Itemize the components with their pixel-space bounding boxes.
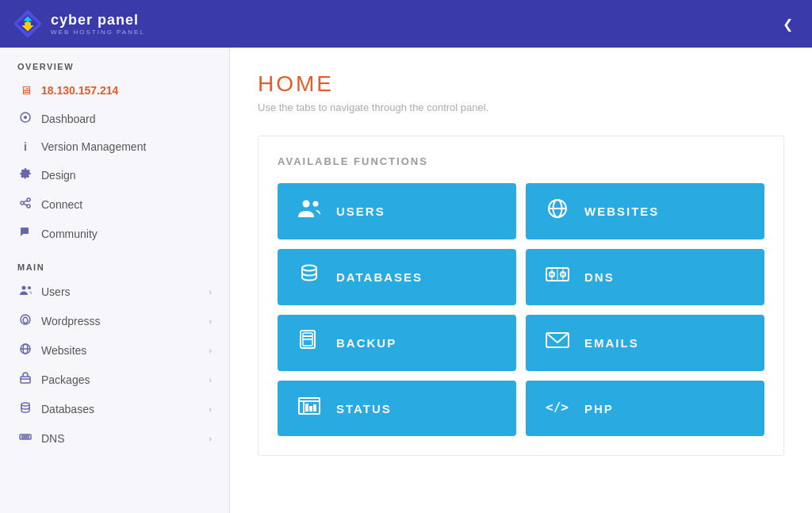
dns-icon bbox=[17, 431, 33, 446]
func-status-icon bbox=[295, 396, 324, 422]
packages-icon bbox=[17, 372, 33, 387]
svg-point-23 bbox=[313, 201, 319, 207]
functions-section-title: AVAILABLE FUNCTIONS bbox=[278, 155, 764, 167]
func-btn-status[interactable]: STATUS bbox=[278, 381, 516, 436]
sidebar-item-wordpress[interactable]: Wordpresss › bbox=[0, 306, 229, 335]
collapse-button[interactable]: ❮ bbox=[776, 13, 799, 35]
svg-text:</>: </> bbox=[546, 400, 569, 415]
connect-icon bbox=[17, 197, 33, 212]
packages-label: Packages bbox=[41, 373, 90, 386]
databases-label: Databases bbox=[41, 403, 94, 415]
dashboard-label: Dashboard bbox=[41, 113, 96, 125]
info-icon: i bbox=[17, 140, 33, 153]
wordpress-chevron: › bbox=[209, 316, 212, 326]
websites-label: Websites bbox=[41, 344, 86, 357]
sidebar-item-databases[interactable]: Databases › bbox=[0, 394, 229, 423]
func-websites-icon bbox=[543, 197, 572, 225]
users-label: Users bbox=[41, 285, 71, 298]
func-backup-icon bbox=[295, 329, 324, 357]
overview-section-label: OVERVIEW bbox=[0, 48, 229, 76]
sidebar: OVERVIEW 🖥 18.130.157.214 Dashboard i Ve… bbox=[0, 48, 230, 513]
sidebar-item-dashboard[interactable]: Dashboard bbox=[0, 104, 229, 133]
logo-name: cyber panel bbox=[51, 12, 145, 29]
func-btn-emails[interactable]: EMAILS bbox=[526, 315, 764, 371]
svg-point-6 bbox=[27, 205, 30, 208]
sidebar-item-ip[interactable]: 🖥 18.130.157.214 bbox=[0, 76, 229, 104]
svg-point-27 bbox=[302, 266, 316, 271]
func-dns-icon bbox=[543, 265, 572, 289]
sidebar-item-websites[interactable]: Websites › bbox=[0, 335, 229, 365]
packages-chevron: › bbox=[209, 375, 212, 385]
sidebar-item-version-management[interactable]: i Version Management bbox=[0, 133, 229, 160]
svg-point-10 bbox=[28, 286, 31, 289]
version-management-label: Version Management bbox=[41, 140, 146, 153]
func-status-label: STATUS bbox=[336, 402, 392, 415]
sidebar-item-dns[interactable]: DNS › bbox=[0, 423, 229, 453]
svg-point-9 bbox=[21, 286, 25, 290]
websites-chevron: › bbox=[209, 346, 212, 355]
func-users-label: USERS bbox=[336, 205, 385, 218]
page-subtitle: Use the tabs to navigate through the con… bbox=[258, 101, 784, 113]
header: cyber panel WEB HOSTING PANEL ❮ bbox=[0, 0, 812, 48]
users-icon bbox=[17, 284, 33, 299]
svg-point-19 bbox=[22, 436, 25, 438]
layout: OVERVIEW 🖥 18.130.157.214 Dashboard i Ve… bbox=[0, 48, 812, 513]
func-php-icon: </> bbox=[543, 396, 572, 421]
logo-sub: WEB HOSTING PANEL bbox=[51, 29, 145, 36]
sidebar-item-packages[interactable]: Packages › bbox=[0, 365, 229, 394]
logo-text: cyber panel WEB HOSTING PANEL bbox=[51, 12, 145, 36]
func-dns-label: DNS bbox=[584, 270, 615, 284]
func-websites-label: WEBSITES bbox=[584, 205, 659, 218]
databases-icon bbox=[17, 401, 33, 416]
svg-point-4 bbox=[21, 201, 24, 205]
community-label: Community bbox=[41, 228, 98, 240]
svg-point-3 bbox=[24, 116, 27, 119]
svg-rect-43 bbox=[309, 406, 312, 412]
func-btn-dns[interactable]: DNS bbox=[526, 249, 764, 305]
gear-icon bbox=[17, 167, 33, 182]
svg-line-8 bbox=[24, 204, 27, 205]
monitor-icon: 🖥 bbox=[17, 83, 33, 97]
functions-card: AVAILABLE FUNCTIONS USERS WEBSITES bbox=[258, 136, 784, 456]
wordpress-icon bbox=[17, 313, 33, 328]
svg-point-17 bbox=[21, 403, 29, 406]
func-btn-users[interactable]: USERS bbox=[278, 183, 516, 239]
ip-address-label: 18.130.157.214 bbox=[41, 84, 118, 97]
sidebar-item-design[interactable]: Design bbox=[0, 160, 229, 190]
sidebar-item-connect[interactable]: Connect bbox=[0, 190, 229, 219]
databases-chevron: › bbox=[209, 404, 212, 414]
svg-rect-15 bbox=[21, 377, 30, 383]
svg-point-20 bbox=[27, 436, 29, 438]
websites-icon bbox=[17, 343, 33, 358]
func-emails-icon bbox=[543, 331, 572, 355]
sidebar-item-community[interactable]: Community bbox=[0, 219, 229, 248]
func-btn-databases[interactable]: DATABASES bbox=[278, 249, 516, 305]
main-content: HOME Use the tabs to navigate through th… bbox=[230, 48, 812, 513]
main-section-label: MAIN bbox=[0, 248, 229, 277]
dns-label: DNS bbox=[41, 432, 65, 445]
logo-area: cyber panel WEB HOSTING PANEL bbox=[13, 9, 145, 39]
func-databases-label: DATABASES bbox=[336, 270, 423, 284]
logo-icon bbox=[13, 9, 43, 39]
design-label: Design bbox=[41, 169, 76, 182]
functions-grid: USERS WEBSITES DATABASES bbox=[278, 183, 764, 436]
connect-label: Connect bbox=[41, 198, 82, 211]
func-databases-icon bbox=[295, 263, 324, 291]
svg-rect-42 bbox=[305, 404, 308, 412]
sidebar-item-users[interactable]: Users › bbox=[0, 277, 229, 306]
func-users-icon bbox=[295, 198, 324, 224]
func-btn-php[interactable]: </> PHP bbox=[526, 381, 764, 436]
func-emails-label: EMAILS bbox=[584, 336, 639, 350]
func-php-label: PHP bbox=[584, 402, 614, 415]
svg-point-5 bbox=[27, 198, 30, 201]
func-btn-websites[interactable]: WEBSITES bbox=[526, 183, 764, 239]
page-title: HOME bbox=[258, 71, 784, 97]
svg-line-7 bbox=[24, 201, 27, 202]
func-btn-backup[interactable]: BACKUP bbox=[278, 315, 516, 371]
community-icon bbox=[17, 226, 33, 241]
wordpress-label: Wordpresss bbox=[41, 315, 100, 327]
users-chevron: › bbox=[209, 287, 212, 297]
dns-chevron: › bbox=[209, 434, 212, 443]
svg-point-11 bbox=[21, 315, 30, 324]
svg-rect-44 bbox=[313, 404, 316, 412]
